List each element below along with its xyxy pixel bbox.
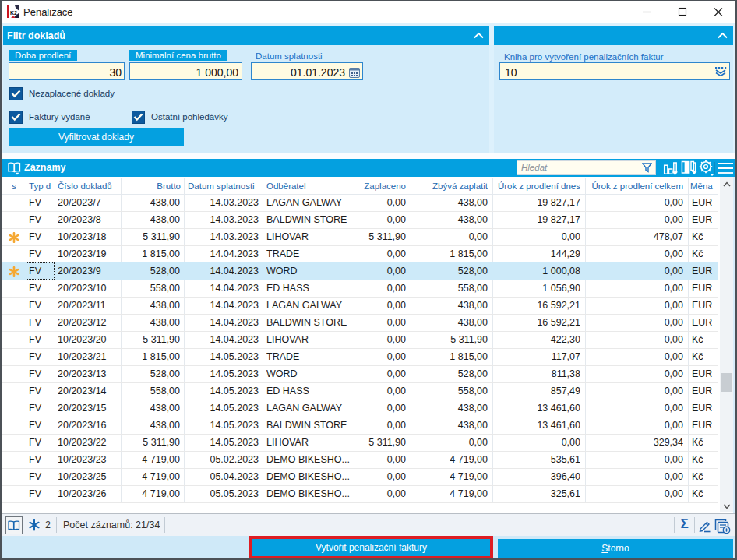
svg-text:K2: K2 bbox=[10, 10, 17, 16]
